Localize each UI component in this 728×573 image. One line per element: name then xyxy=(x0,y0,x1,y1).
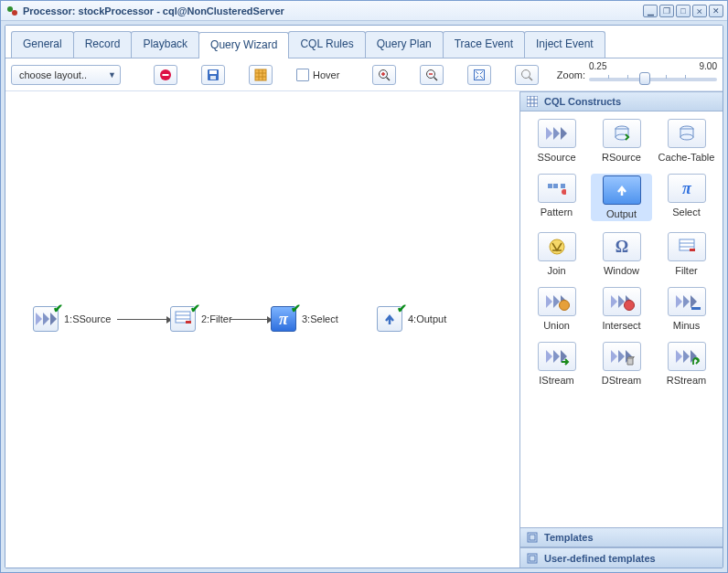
user-templates-header[interactable]: User-defined templates xyxy=(520,547,723,568)
zoom-max-label: 9.00 xyxy=(700,61,717,71)
layout-dropdown[interactable]: choose layout.. ▼ xyxy=(11,65,121,85)
palette-item-rstream[interactable]: RStream xyxy=(656,342,717,386)
magnify-icon xyxy=(520,69,533,81)
palette-item-dstream[interactable]: DStream xyxy=(591,342,652,386)
svg-point-37 xyxy=(680,134,693,140)
svg-rect-3 xyxy=(163,74,169,76)
node-select[interactable]: π✔3:Select xyxy=(271,306,338,332)
tab-query-wizard[interactable]: Query Wizard xyxy=(198,32,289,58)
toolbar: choose layout.. ▼ Hover xyxy=(5,58,723,91)
node-filter[interactable]: ✔2:Filter xyxy=(170,306,232,332)
check-icon: ✔ xyxy=(190,302,200,315)
app-icon xyxy=(5,4,19,18)
edge xyxy=(230,319,269,320)
palette-item-join[interactable]: Join xyxy=(526,232,587,276)
palette-panel: CQL Constructs SSourceRSourceCache-Table… xyxy=(519,91,723,568)
zoom-control: Zoom: 0.25 9.00 xyxy=(557,61,717,89)
filter-icon xyxy=(668,232,706,261)
node-label: 3:Select xyxy=(302,313,338,324)
palette-item-label: IStream xyxy=(539,375,574,386)
palette-item-minus[interactable]: Minus xyxy=(656,287,717,331)
zoom-in-icon xyxy=(378,69,391,81)
fit-icon xyxy=(473,69,486,81)
palette-item-output[interactable]: Output xyxy=(591,174,652,221)
join-icon xyxy=(538,232,576,261)
check-icon: ✔ xyxy=(291,302,301,315)
palette-item-label: Pattern xyxy=(541,207,573,218)
zoom-slider[interactable]: 0.25 9.00 xyxy=(589,61,717,89)
client-area: GeneralRecordPlaybackQuery WizardCQL Rul… xyxy=(5,25,723,568)
constructs-body: SSourceRSourceCache-TablePatternOutputπS… xyxy=(520,111,723,527)
slider-knob[interactable] xyxy=(639,72,650,85)
svg-text:Ω: Ω xyxy=(615,239,627,255)
zoom-out-icon xyxy=(425,69,438,81)
constructs-header-icon xyxy=(526,95,539,108)
istream-icon xyxy=(538,342,576,371)
palette-item-cache[interactable]: Cache-Table xyxy=(656,119,717,163)
tab-bar: GeneralRecordPlaybackQuery WizardCQL Rul… xyxy=(5,26,723,58)
tab-record[interactable]: Record xyxy=(73,31,133,58)
zoom-in-button[interactable] xyxy=(372,65,396,85)
tab-inject-event[interactable]: Inject Event xyxy=(524,31,605,58)
node-ssource[interactable]: ✔1:SSource xyxy=(33,306,111,332)
zoom-select-button[interactable] xyxy=(515,65,539,85)
maximize-button[interactable]: □ xyxy=(676,5,691,17)
minimize-button[interactable]: ▁ xyxy=(643,5,658,17)
tab-playback[interactable]: Playback xyxy=(131,31,199,58)
svg-rect-48 xyxy=(690,249,695,251)
palette-item-label: Minus xyxy=(673,320,700,331)
palette-item-rsource[interactable]: RSource xyxy=(591,119,652,163)
tab-cql-rules[interactable]: CQL Rules xyxy=(288,31,365,58)
node-output[interactable]: ✔4:Output xyxy=(377,306,446,332)
grid-icon xyxy=(254,69,267,81)
palette-grid: SSourceRSourceCache-TablePatternOutputπS… xyxy=(526,119,717,386)
templates-header[interactable]: Templates xyxy=(520,527,723,547)
clear-button[interactable] xyxy=(249,65,273,85)
svg-point-20 xyxy=(522,69,530,78)
fit-button[interactable] xyxy=(467,65,491,85)
collapse-button[interactable]: ⨯ xyxy=(692,5,707,17)
user-templates-header-icon xyxy=(526,552,539,565)
svg-rect-38 xyxy=(548,184,552,188)
palette-item-label: Output xyxy=(606,208,637,219)
palette-item-intersect[interactable]: Intersect xyxy=(591,287,652,331)
palette-item-label: SSource xyxy=(537,152,575,163)
palette-item-select[interactable]: πSelect xyxy=(656,174,717,221)
tab-trace-event[interactable]: Trace Event xyxy=(443,31,525,58)
palette-item-window[interactable]: ΩWindow xyxy=(591,232,652,276)
hover-label: Hover xyxy=(313,69,339,80)
palette-item-pattern[interactable]: Pattern xyxy=(526,174,587,221)
pattern-icon xyxy=(538,174,576,203)
tab-query-plan[interactable]: Query Plan xyxy=(365,31,444,58)
palette-item-label: DStream xyxy=(602,375,641,386)
restore-down-button[interactable]: ❐ xyxy=(659,5,674,17)
svg-line-21 xyxy=(530,77,533,80)
tab-general[interactable]: General xyxy=(11,31,74,58)
svg-rect-5 xyxy=(209,70,217,74)
close-button[interactable]: ✕ xyxy=(709,5,723,17)
node-label: 2:Filter xyxy=(201,313,232,324)
canvas[interactable]: ✔1:SSource✔2:Filterπ✔3:Select✔4:Output xyxy=(5,91,519,568)
palette-item-label: Join xyxy=(547,265,565,276)
palette-item-ssource[interactable]: SSource xyxy=(526,119,587,163)
save-button[interactable] xyxy=(201,65,225,85)
constructs-header[interactable]: CQL Constructs xyxy=(520,91,723,111)
palette-item-union[interactable]: Union xyxy=(526,287,587,331)
zoom-out-button[interactable] xyxy=(420,65,444,85)
output-icon: ✔ xyxy=(377,306,402,332)
delete-button[interactable] xyxy=(154,65,177,85)
palette-item-istream[interactable]: IStream xyxy=(526,342,587,386)
delete-icon xyxy=(159,69,172,81)
zoom-min-label: 0.25 xyxy=(589,61,606,71)
templates-header-label: Templates xyxy=(544,532,594,543)
svg-rect-52 xyxy=(530,556,535,561)
hover-checkbox[interactable]: Hover xyxy=(296,69,339,81)
svg-rect-25 xyxy=(186,321,191,324)
palette-item-filter[interactable]: Filter xyxy=(656,232,717,276)
svg-rect-40 xyxy=(561,184,565,188)
ssource-icon xyxy=(538,119,576,148)
svg-line-17 xyxy=(434,77,438,80)
user-templates-header-label: User-defined templates xyxy=(544,553,656,564)
svg-rect-50 xyxy=(530,535,535,540)
templates-header-icon xyxy=(526,531,539,544)
